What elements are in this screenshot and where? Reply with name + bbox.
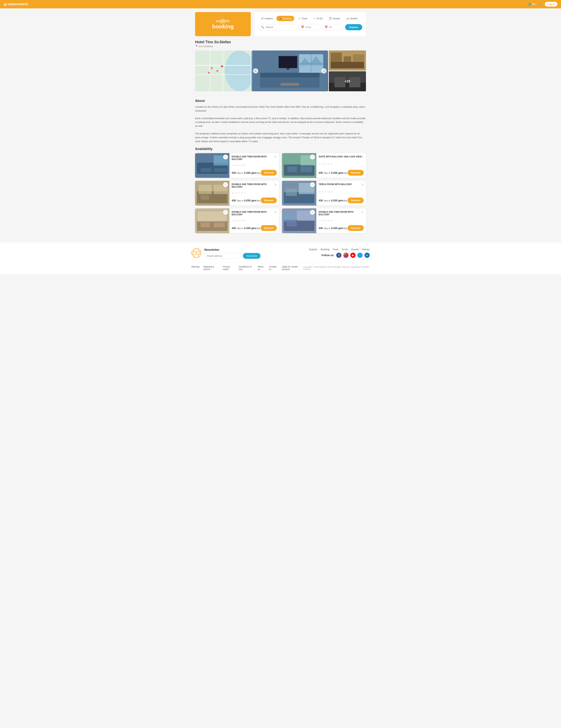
linkedin-link[interactable]: in (365, 253, 370, 258)
todo-icon: ✓ (314, 17, 316, 20)
footer-about-link[interactable]: About us (257, 265, 265, 271)
room-refresh-1[interactable]: ↻ (274, 155, 277, 158)
footer-conditions-link[interactable]: Conditions of Use (238, 265, 254, 271)
footer-privacy-link[interactable]: Privacy notice (223, 265, 235, 271)
search-input[interactable] (265, 26, 294, 29)
room-card-3: ♡ DOUBLE AND TWIN ROOM WITH BALCONY ↻ ★ … (195, 181, 279, 205)
search-explore-button[interactable]: Explore (345, 24, 362, 30)
about-text-1: Located on the shores of Lake Ohrid, sur… (195, 105, 366, 113)
tab-explore[interactable]: 🧭 Explore (258, 16, 275, 21)
room-image-5: ♡ (195, 208, 229, 233)
globe-icon: 🌐 (528, 3, 531, 6)
facebook-link[interactable]: f (336, 253, 342, 258)
room-info-6: DOUBLE AND TWIN ROOM WITH BALCONY ↻ ★ ★ … (316, 208, 366, 233)
heart-icon-6: ♡ (311, 211, 314, 214)
star-12: ★ (234, 191, 237, 194)
star-9: ★ (328, 163, 330, 166)
room-refresh-5[interactable]: ↻ (274, 211, 277, 214)
footer-link-stories[interactable]: Stories (362, 248, 370, 251)
room-card-6: ♡ DOUBLE AND TWIN ROOM WITH BALCONY ↻ ★ … (282, 208, 366, 233)
footer-link-booking[interactable]: Booking (321, 248, 329, 251)
tab-booking[interactable]: 🏨 Booking (276, 16, 294, 21)
svg-rect-30 (280, 83, 299, 86)
tab-events[interactable]: 🎵 Events (326, 16, 343, 21)
heart-icon-2: ♡ (311, 156, 314, 159)
login-button[interactable]: Log in (545, 2, 557, 6)
room-refresh-4[interactable]: ↻ (362, 183, 364, 186)
tab-booking-label: Booking (283, 17, 292, 20)
footer-link-events[interactable]: Events (352, 248, 359, 251)
newsletter-email-input[interactable] (204, 253, 241, 259)
room-image-2: ♡ (282, 153, 316, 178)
room-price-2: 43€ /day or 4.200 ден/day (319, 171, 347, 174)
star-5: ★ (243, 164, 246, 167)
room-card-1: ♡ DOUBLE AND TWIN ROOM WITH BALCONY ↻ ★ … (195, 153, 279, 178)
svg-rect-64 (213, 223, 225, 227)
availability-section: Availability ♡ (195, 147, 366, 233)
about-title: About (195, 99, 366, 103)
gallery-next-button[interactable]: › (322, 68, 327, 74)
reserve-button-3[interactable]: Reserve (260, 197, 277, 203)
cart-icon[interactable]: 🛒 (538, 2, 542, 6)
footer-top: Newsletter Subscribe Explore Booking Foo… (191, 248, 370, 259)
stories-icon: 📖 (346, 17, 349, 20)
room-price-row-4: 43€ /day or 4.200 ден/day Reserve (319, 197, 364, 203)
room-stars-1: ★ ★ ★ ★ ★ (232, 164, 277, 167)
room-refresh-2[interactable]: ↻ (362, 155, 364, 158)
reserve-button-6[interactable]: Reserve (348, 225, 364, 231)
about-text-3: The property's wellness area comprises a… (195, 132, 366, 143)
svg-rect-45 (213, 168, 226, 172)
room-info-2: SUITE WITH BALCONY AND LAKE VIEW ↻ ★ ★ ★… (316, 153, 366, 178)
booking-icon: 🏨 (279, 17, 282, 20)
reserve-button-5[interactable]: Reserve (260, 225, 277, 231)
footer-link-food[interactable]: Food (333, 248, 338, 251)
tab-todo[interactable]: ✓ To-Do (311, 16, 326, 21)
from-calendar-icon: 📅 (301, 26, 304, 29)
logo[interactable]: ◎ exploreohrid (4, 2, 28, 6)
tab-food[interactable]: 🍴 Food (295, 16, 310, 21)
star-15: ★ (243, 191, 246, 194)
room-stars-5: ★ ★ ★ ★ ★ (232, 219, 277, 222)
room-name-1: DOUBLE AND TWIN ROOM WITH BALCONY (232, 155, 274, 161)
twitter-link[interactable]: 🐦 (358, 253, 363, 258)
room-name-3: DOUBLE AND TWIN ROOM WITH BALCONY (232, 183, 274, 188)
tab-stories[interactable]: 📖 Stories (344, 16, 360, 21)
instagram-link[interactable]: 📷 (343, 253, 349, 258)
footer-link-todo[interactable]: To-Do (342, 248, 348, 251)
star-4: ★ (240, 164, 243, 167)
hotel-map[interactable] (195, 50, 251, 91)
youtube-link[interactable]: ▶ (350, 253, 356, 258)
gallery-prev-button[interactable]: ‹ (253, 68, 258, 74)
hero-booking-section: explore booking 🧭 Explore 🏨 Booking 🍴 Fo… (195, 12, 366, 36)
footer-contact-link[interactable]: Contact us (269, 265, 278, 271)
subscribe-button[interactable]: Subscribe (243, 253, 260, 259)
gallery-thumb-2[interactable]: +15 (329, 71, 366, 91)
star-14: ★ (240, 191, 243, 194)
reserve-button-2[interactable]: Reserve (348, 170, 364, 176)
footer-sitemap-link[interactable]: Sitemap (191, 265, 199, 271)
room-refresh-3[interactable]: ↻ (274, 183, 277, 186)
from-date-input[interactable] (306, 26, 318, 29)
svg-rect-27 (287, 68, 289, 70)
star-8: ★ (325, 163, 327, 166)
room-price-4: 43€ /day or 4.200 ден/day (319, 199, 347, 202)
to-calendar-icon: 📅 (325, 26, 328, 29)
thumb1-svg (329, 50, 366, 71)
footer-link-explore[interactable]: Explore (309, 248, 317, 251)
room-refresh-6[interactable]: ↻ (362, 211, 364, 214)
to-date-input[interactable] (329, 26, 341, 29)
footer-vendor-link[interactable]: Apply for vendor account (282, 265, 303, 271)
main-content: explore booking 🧭 Explore 🏨 Booking 🍴 Fo… (191, 8, 370, 242)
reserve-button-1[interactable]: Reserve (260, 170, 277, 176)
reserve-button-4[interactable]: Reserve (348, 197, 364, 203)
gallery-more-count: +15 (345, 79, 350, 83)
room-header-5: DOUBLE AND TWIN ROOM WITH BALCONY ↻ (232, 211, 277, 216)
star-13: ★ (237, 191, 240, 194)
gallery-more-overlay[interactable]: +15 (329, 71, 366, 91)
gallery-thumb-1[interactable] (329, 50, 366, 71)
footer-shipping-link[interactable]: Shipping & returns (203, 265, 219, 271)
svg-rect-29 (260, 73, 320, 77)
language-selector[interactable]: 🌐 MK (528, 3, 536, 6)
room-card-5: ♡ DOUBLE AND TWIN ROOM WITH BALCONY ↻ ★ … (195, 208, 279, 233)
room-name-2: SUITE WITH BALCONY AND LAKE VIEW (319, 155, 362, 158)
